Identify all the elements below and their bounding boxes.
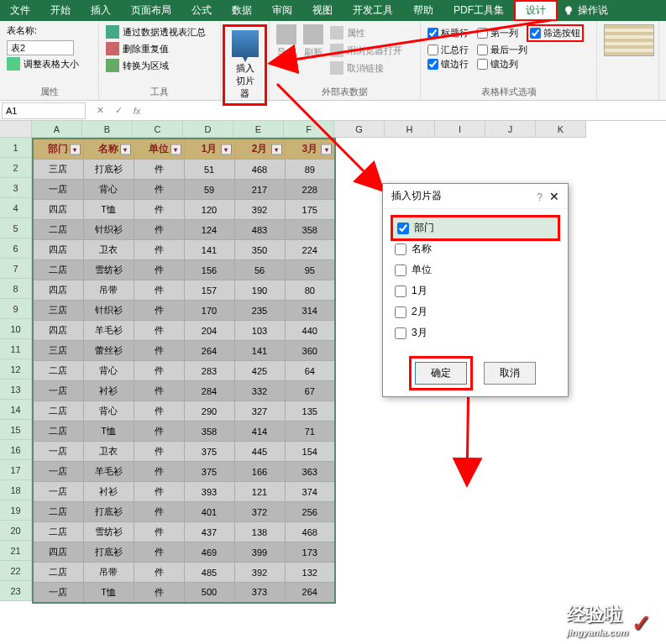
table-cell[interactable]: 三店 — [33, 160, 83, 180]
table-cell[interactable]: 件 — [134, 462, 184, 482]
table-cell[interactable]: 二店 — [33, 563, 83, 583]
slicer-field-2月[interactable]: 2月 — [393, 301, 558, 322]
chk-total-row[interactable]: 汇总行 — [427, 44, 469, 56]
filter-dropdown-icon[interactable]: ▾ — [170, 144, 181, 154]
table-cell[interactable]: T恤 — [83, 421, 134, 442]
table-cell[interactable]: 二店 — [33, 361, 83, 381]
col-header-F[interactable]: F — [284, 121, 334, 138]
row-header-21[interactable]: 21 — [0, 541, 32, 561]
table-cell[interactable]: 件 — [134, 421, 184, 442]
table-cell[interactable]: 483 — [234, 220, 285, 240]
table-cell[interactable]: 件 — [134, 381, 184, 401]
row-header-7[interactable]: 7 — [0, 259, 32, 279]
table-cell[interactable]: 500 — [184, 583, 234, 603]
table-cell[interactable]: 件 — [134, 401, 184, 421]
col-header-K[interactable]: K — [536, 121, 586, 138]
row-header-12[interactable]: 12 — [0, 359, 32, 380]
table-cell[interactable]: 件 — [134, 522, 184, 542]
tell-me[interactable]: 操作说 — [563, 3, 608, 18]
table-cell[interactable]: 121 — [234, 482, 285, 502]
table-header[interactable]: 3月▾ — [285, 139, 335, 160]
tab-insert[interactable]: 插入 — [81, 0, 121, 21]
table-cell[interactable]: 375 — [184, 442, 234, 462]
table-cell[interactable]: 打底衫 — [83, 542, 134, 563]
table-cell[interactable]: 264 — [285, 583, 335, 603]
tab-design[interactable]: 设计 — [514, 0, 558, 21]
table-cell[interactable]: 二店 — [33, 502, 83, 522]
table-cell[interactable]: 件 — [134, 220, 184, 240]
table-cell[interactable]: 190 — [234, 280, 285, 301]
table-cell[interactable]: 羊毛衫 — [83, 462, 134, 482]
col-header-E[interactable]: E — [233, 121, 284, 138]
table-cell[interactable]: 80 — [285, 280, 335, 301]
table-cell[interactable]: 51 — [184, 160, 234, 180]
col-header-A[interactable]: A — [32, 121, 82, 138]
table-cell[interactable]: 件 — [134, 280, 184, 301]
row-header-14[interactable]: 14 — [0, 400, 32, 420]
remove-dup[interactable]: 删除重复值 — [106, 41, 213, 56]
table-cell[interactable]: 四店 — [33, 200, 83, 220]
table-cell[interactable]: 吊带 — [83, 280, 134, 301]
table-header[interactable]: 单位▾ — [134, 139, 184, 160]
table-cell[interactable]: 204 — [184, 321, 234, 341]
table-cell[interactable]: 468 — [285, 522, 335, 542]
cancel-formula-icon[interactable]: ✕ — [92, 105, 108, 116]
table-cell[interactable]: 件 — [134, 341, 184, 361]
table-cell[interactable]: 256 — [285, 502, 335, 522]
table-cell[interactable]: 71 — [285, 421, 335, 442]
table-cell[interactable]: 件 — [134, 442, 184, 462]
table-cell[interactable]: 件 — [134, 301, 184, 321]
row-header-1[interactable]: 1 — [0, 138, 32, 158]
table-cell[interactable]: 件 — [134, 321, 184, 341]
filter-dropdown-icon[interactable]: ▾ — [120, 144, 131, 154]
table-cell[interactable]: 414 — [234, 421, 285, 442]
table-cell[interactable]: 雪纺衫 — [83, 260, 134, 280]
table-cell[interactable]: 485 — [184, 563, 234, 583]
col-header-B[interactable]: B — [82, 121, 133, 138]
table-header[interactable]: 1月▾ — [184, 139, 234, 160]
chk-first-col[interactable]: 第一列 — [477, 24, 518, 42]
table-cell[interactable]: 175 — [285, 200, 335, 220]
table-cell[interactable]: 雪纺衫 — [83, 522, 134, 542]
table-cell[interactable]: 283 — [184, 361, 234, 381]
row-header-11[interactable]: 11 — [0, 339, 32, 359]
chk-banded-row[interactable]: 镶边行 — [427, 58, 469, 71]
table-cell[interactable]: 290 — [184, 401, 234, 421]
table-cell[interactable]: 224 — [285, 240, 335, 260]
table-cell[interactable]: 358 — [285, 220, 335, 240]
table-cell[interactable]: 468 — [234, 160, 285, 180]
table-cell[interactable]: 一店 — [33, 462, 83, 482]
filter-dropdown-icon[interactable]: ▾ — [221, 144, 232, 154]
tab-data[interactable]: 数据 — [222, 0, 262, 21]
row-header-4[interactable]: 4 — [0, 198, 32, 218]
table-cell[interactable]: 141 — [234, 341, 285, 361]
table-cell[interactable]: 445 — [234, 442, 285, 462]
table-cell[interactable]: 卫衣 — [83, 240, 134, 260]
col-header-D[interactable]: D — [183, 121, 233, 138]
table-cell[interactable]: 67 — [285, 381, 335, 401]
table-cell[interactable]: 衬衫 — [83, 381, 134, 401]
table-cell[interactable]: 三店 — [33, 341, 83, 361]
table-cell[interactable]: 392 — [234, 563, 285, 583]
slicer-field-1月[interactable]: 1月 — [393, 280, 558, 301]
slicer-field-单位[interactable]: 单位 — [393, 259, 558, 280]
table-cell[interactable]: 吊带 — [83, 563, 134, 583]
table-cell[interactable]: 372 — [234, 502, 285, 522]
col-header-I[interactable]: I — [435, 121, 485, 138]
table-cell[interactable]: 469 — [184, 542, 234, 563]
col-header-H[interactable]: H — [385, 121, 435, 138]
table-cell[interactable]: 89 — [285, 160, 335, 180]
table-cell[interactable]: 166 — [234, 462, 285, 482]
table-cell[interactable]: 375 — [184, 462, 234, 482]
table-cell[interactable]: 154 — [285, 442, 335, 462]
row-header-5[interactable]: 5 — [0, 218, 32, 238]
table-style-thumb[interactable] — [604, 24, 654, 56]
table-cell[interactable]: 一店 — [33, 482, 83, 502]
table-cell[interactable]: 一店 — [33, 442, 83, 462]
col-header-C[interactable]: C — [133, 121, 183, 138]
table-cell[interactable]: 二店 — [33, 260, 83, 280]
table-cell[interactable]: 件 — [134, 583, 184, 603]
table-cell[interactable]: 170 — [184, 301, 234, 321]
tab-home[interactable]: 开始 — [40, 0, 81, 21]
table-cell[interactable]: 264 — [184, 341, 234, 361]
